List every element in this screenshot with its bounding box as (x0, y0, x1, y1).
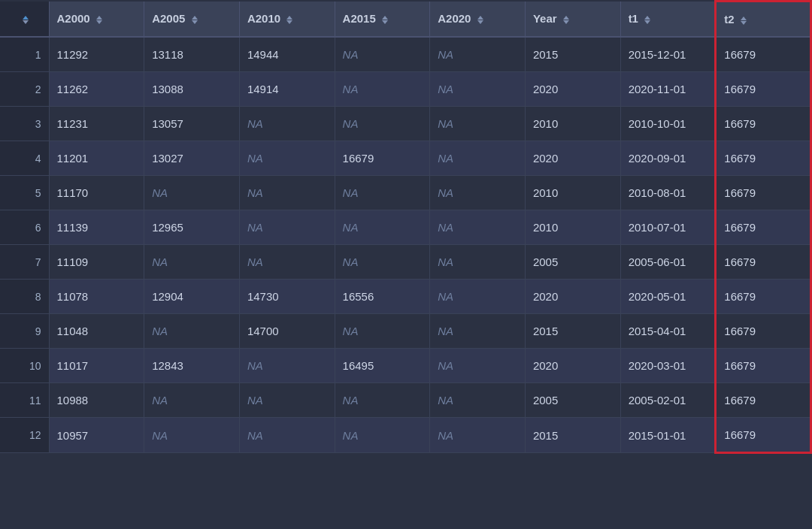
col-label-A2020: A2020 (438, 12, 471, 25)
cell-A2015: 16679 (335, 141, 430, 176)
cell-A2010: NA (239, 141, 335, 176)
table-row: 911048NA14700NANA20152015-04-0116679 (0, 314, 811, 349)
cell-A2010: NA (239, 210, 335, 245)
sort-up-icon (644, 16, 650, 20)
col-header-A2010[interactable]: A2010 (239, 2, 335, 38)
col-label-A2010: A2010 (247, 12, 280, 25)
cell-A2005: 13118 (144, 37, 240, 72)
cell-t1: 2010-10-01 (620, 107, 716, 141)
sort-up-icon (96, 16, 102, 20)
cell-t2: 16679 (716, 349, 811, 383)
cell-A2010: 14700 (239, 314, 335, 349)
cell-A2020: NA (430, 176, 526, 210)
col-label-Year: Year (533, 12, 557, 25)
cell-A2005: NA (144, 314, 240, 349)
cell-A2000: 10957 (49, 418, 144, 453)
cell-A2015: NA (335, 245, 430, 280)
table-row: 101101712843NA16495NA20202020-03-0116679 (0, 349, 811, 383)
sort-up-icon (563, 16, 569, 20)
cell-Year: 2020 (525, 280, 620, 314)
cell-A2020: NA (430, 245, 526, 280)
cell-A2020: NA (430, 210, 526, 245)
col-header-t1[interactable]: t1 (620, 2, 716, 38)
cell-A2020: NA (430, 314, 526, 349)
cell-A2020: NA (430, 72, 526, 107)
cell-A2000: 10988 (49, 383, 144, 418)
cell-A2020: NA (430, 349, 526, 383)
cell-t1: 2005-02-01 (620, 383, 716, 418)
cell-t1: 2020-05-01 (620, 280, 716, 314)
col-header-t2[interactable]: t2 (716, 2, 811, 38)
cell-A2005: NA (144, 176, 240, 210)
col-label-t1: t1 (629, 12, 638, 25)
cell-A2020: NA (430, 280, 526, 314)
table-row: 1210957NANANANA20152015-01-0116679 (0, 418, 811, 453)
cell-A2005: 13088 (144, 72, 240, 107)
cell-A2015: NA (335, 418, 430, 453)
sort-down-icon (286, 20, 292, 24)
col-label-A2015: A2015 (343, 12, 376, 25)
data-table: A2000 A2005 A2010 (0, 0, 812, 529)
cell-index: 7 (0, 245, 49, 280)
table-row: 61113912965NANANA20102010-07-0116679 (0, 210, 811, 245)
cell-index: 6 (0, 210, 49, 245)
cell-A2005: 12843 (144, 349, 240, 383)
sort-down-icon (477, 20, 483, 24)
cell-index: 5 (0, 176, 49, 210)
sort-down-icon (563, 20, 569, 24)
cell-Year: 2010 (525, 107, 620, 141)
cell-t2: 16679 (716, 314, 811, 349)
cell-t1: 2015-12-01 (620, 37, 716, 72)
cell-A2005: 12965 (144, 210, 240, 245)
cell-A2015: 16556 (335, 280, 430, 314)
cell-Year: 2010 (525, 210, 620, 245)
cell-t1: 2020-11-01 (620, 72, 716, 107)
cell-index: 4 (0, 141, 49, 176)
col-header-A2015[interactable]: A2015 (335, 2, 430, 38)
col-header-A2000[interactable]: A2000 (49, 2, 144, 38)
cell-Year: 2020 (525, 141, 620, 176)
cell-A2000: 11109 (49, 245, 144, 280)
cell-A2020: NA (430, 37, 526, 72)
cell-A2010: NA (239, 349, 335, 383)
sort-arrows-t2 (741, 17, 747, 25)
cell-A2020: NA (430, 107, 526, 141)
col-header-A2020[interactable]: A2020 (430, 2, 526, 38)
cell-t2: 16679 (716, 383, 811, 418)
col-label-A2005: A2005 (152, 12, 185, 25)
sort-arrows-A2000 (96, 16, 102, 24)
cell-A2010: 14914 (239, 72, 335, 107)
cell-t2: 16679 (716, 280, 811, 314)
cell-A2015: NA (335, 383, 430, 418)
table-row: 511170NANANANA20102010-08-0116679 (0, 176, 811, 210)
col-header-index[interactable] (0, 2, 49, 38)
cell-A2000: 11292 (49, 37, 144, 72)
table-row: 41120113027NA16679NA20202020-09-0116679 (0, 141, 811, 176)
sort-down-icon (382, 20, 388, 24)
cell-index: 8 (0, 280, 49, 314)
sort-arrows-A2015 (382, 16, 388, 24)
col-label-t2: t2 (724, 13, 734, 26)
col-header-Year[interactable]: Year (525, 2, 620, 38)
col-label-A2000: A2000 (57, 12, 90, 25)
cell-index: 10 (0, 349, 49, 383)
col-header-A2005[interactable]: A2005 (144, 2, 240, 38)
cell-A2010: 14730 (239, 280, 335, 314)
sort-down-icon (644, 20, 650, 24)
cell-A2005: NA (144, 383, 240, 418)
cell-t2: 16679 (716, 245, 811, 280)
table-row: 2112621308814914NANA20202020-11-0116679 (0, 72, 811, 107)
sort-up-icon (741, 17, 747, 20)
cell-t2: 16679 (716, 418, 811, 453)
cell-A2020: NA (430, 141, 526, 176)
cell-t1: 2015-04-01 (620, 314, 716, 349)
sort-down-icon (192, 20, 198, 24)
cell-index: 2 (0, 72, 49, 107)
cell-index: 12 (0, 418, 49, 453)
sort-arrows-A2005 (192, 16, 198, 24)
sort-up-icon (286, 16, 292, 20)
cell-index: 3 (0, 107, 49, 141)
cell-t2: 16679 (716, 72, 811, 107)
table-row: 1112921311814944NANA20152015-12-0116679 (0, 37, 811, 72)
cell-Year: 2020 (525, 72, 620, 107)
